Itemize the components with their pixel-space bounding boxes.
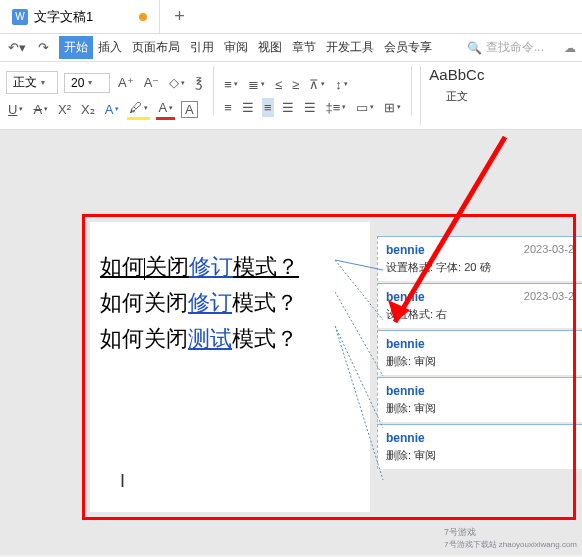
ribbon-paragraph-group: ≡▾ ≣▾ ≤ ≥ ⊼▾ ↕▾ ≡ ☰ ≡ ☰ ☰ ‡≡▾ ▭▾ ⊞▾ [222,66,403,125]
divider [213,66,214,116]
unsaved-dot-icon [139,13,147,21]
decrease-font-button[interactable]: A⁻ [142,73,162,92]
watermark-url: 7号游戏下载站 zhaoyouxixiwang.com [444,539,577,550]
doc-line-2[interactable]: 如何关闭修订模式？ [100,288,360,318]
command-search[interactable]: 🔍 查找命令... [459,39,552,56]
doc-icon: W [12,9,28,25]
tab-title: 文字文稿1 [34,8,93,26]
menu-review[interactable]: 审阅 [219,36,253,59]
comment-author: bennie [386,384,425,398]
ribbon-font-group: 正文▾ 20▾ A⁺ A⁻ ◇▾ ℥ U▾ A▾ X² X₂ A▾ 🖊▾ A▾ … [6,66,205,125]
strike-button[interactable]: A▾ [31,100,50,119]
align-distribute-button[interactable]: ☰ [302,98,318,117]
search-icon: 🔍 [467,41,482,55]
line-spacing2-button[interactable]: ‡≡▾ [324,98,349,117]
comment-author: bennie [386,290,425,304]
style-preview: AaBbCc [429,66,484,83]
doc-line-1[interactable]: 如何关闭修订模式？ [100,252,360,282]
comment-text: 设置格式: 右 [386,307,574,322]
comment-item[interactable]: bennie 2023-03-2 设置格式: 右 [377,283,582,328]
subscript-button[interactable]: X₂ [79,100,97,119]
menu-view[interactable]: 视图 [253,36,287,59]
divider [411,66,412,116]
align-left-button[interactable]: ≡ [222,98,234,117]
indent-right-button[interactable]: ≥ [290,75,301,94]
text-effect-button[interactable]: A▾ [103,100,122,119]
comment-author: bennie [386,431,425,445]
menu-reference[interactable]: 引用 [185,36,219,59]
comment-date: 2023-03-2 [524,290,574,302]
new-tab-button[interactable]: + [160,6,199,27]
quick-actions: ↶▾ ↷ [6,38,59,57]
menu-layout[interactable]: 页面布局 [127,36,185,59]
linespacing-button[interactable]: ↕▾ [333,75,350,94]
comment-text: 删除: 审阅 [386,354,574,369]
highlight-button[interactable]: 🖊▾ [127,98,150,120]
align-justify-button[interactable]: ☰ [280,98,296,117]
watermark: 7号游戏 7号游戏下载站 zhaoyouxixiwang.com [444,526,577,550]
comment-item[interactable]: bennie 删除: 审阅 [377,424,582,469]
underline-button[interactable]: U▾ [6,100,25,119]
comment-text: 设置格式: 字体: 20 磅 [386,260,574,275]
comment-date: 2023-03-2 [524,243,574,255]
char-border-button[interactable]: A [181,101,198,118]
comment-text: 删除: 审阅 [386,401,574,416]
bullet-list-button[interactable]: ≡▾ [222,75,240,94]
sort-button[interactable]: ⊼▾ [307,75,327,94]
search-placeholder: 查找命令... [486,39,544,56]
style-combo[interactable]: 正文▾ [6,71,58,94]
font-color-button[interactable]: A▾ [156,98,175,120]
fontsize-combo[interactable]: 20▾ [64,73,110,93]
comments-panel: bennie 2023-03-2 设置格式: 字体: 20 磅 bennie 2… [377,236,582,471]
styles-panel[interactable]: AaBbCc 正文 [420,66,492,125]
ibeam-cursor-icon: I [120,471,125,492]
shading-button[interactable]: ▭▾ [354,98,376,117]
link-test[interactable]: 测试 [188,326,232,351]
undo-button[interactable]: ↶▾ [6,38,28,57]
comment-item[interactable]: bennie 删除: 审阅 [377,330,582,375]
comment-author: bennie [386,337,425,351]
borders-button[interactable]: ⊞▾ [382,98,403,117]
comment-item[interactable]: bennie 2023-03-2 设置格式: 字体: 20 磅 [377,236,582,281]
comment-item[interactable]: bennie 删除: 审阅 [377,377,582,422]
align-right-button[interactable]: ≡ [262,98,274,117]
menu-start[interactable]: 开始 [59,36,93,59]
workspace: 如何关闭修订模式？ 如何关闭修订模式？ 如何关闭测试模式？ I bennie 2… [0,130,582,555]
link-revision[interactable]: 修订 [188,290,232,315]
titlebar: W 文字文稿1 + [0,0,582,34]
doc-line-3[interactable]: 如何关闭测试模式？ [100,324,360,354]
redo-button[interactable]: ↷ [36,38,51,57]
comment-author: bennie [386,243,425,257]
superscript-button[interactable]: X² [56,100,73,119]
clear-format-button[interactable]: ◇▾ [167,73,187,92]
menu-chapter[interactable]: 章节 [287,36,321,59]
increase-font-button[interactable]: A⁺ [116,73,136,92]
document-page[interactable]: 如何关闭修订模式？ 如何关闭修订模式？ 如何关闭测试模式？ I [90,222,370,512]
number-list-button[interactable]: ≣▾ [246,75,267,94]
align-center-button[interactable]: ☰ [240,98,256,117]
menu-member[interactable]: 会员专享 [379,36,437,59]
menu-insert[interactable]: 插入 [93,36,127,59]
ribbon: 正文▾ 20▾ A⁺ A⁻ ◇▾ ℥ U▾ A▾ X² X₂ A▾ 🖊▾ A▾ … [0,62,582,130]
document-tab[interactable]: W 文字文稿1 [0,0,160,33]
indent-left-button[interactable]: ≤ [273,75,284,94]
menubar: ↶▾ ↷ 开始 插入 页面布局 引用 审阅 视图 章节 开发工具 会员专享 🔍 … [0,34,582,62]
change-case-button[interactable]: ℥ [193,73,205,92]
watermark-name: 7号游戏 [444,526,577,539]
cloud-icon[interactable]: ☁ [564,41,576,55]
link-revision[interactable]: 修订 [189,254,233,279]
menu-dev[interactable]: 开发工具 [321,36,379,59]
style-label: 正文 [429,89,484,104]
comment-text: 删除: 审阅 [386,448,574,463]
